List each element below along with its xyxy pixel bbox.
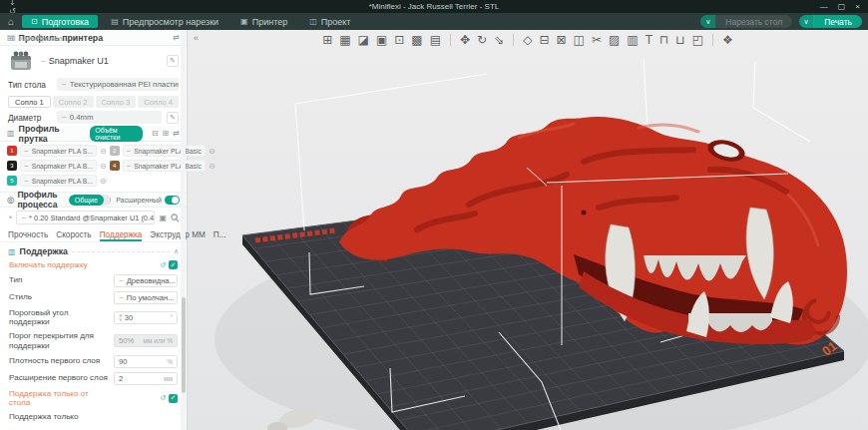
reset-icon[interactable]: ↺ [160,394,166,402]
nozzle-tab-1[interactable]: Сопло 1 [8,96,51,108]
printer-select[interactable]: Snapmaker U1 [41,56,109,66]
nav-tab-icon: ⊡ [31,17,38,26]
filament-add-icon[interactable]: ⊞ [163,129,170,138]
process-profile-header: ◎ Профиль процесса ОбщиеМодели Расширенн… [0,192,187,208]
nozzle-tab-3[interactable]: Сопло 3 [96,96,137,108]
home-icon[interactable]: ⌂ [8,16,14,27]
print-button[interactable]: ∨ Печать [799,15,862,28]
edit-printer-icon[interactable]: ✎ [167,55,179,67]
color-paint-icon[interactable]: ❖ [722,33,733,47]
remove-filament-icon[interactable]: ⊖ [100,177,107,186]
process-tab-1[interactable]: Прочность [8,230,48,241]
checkbox[interactable]: ✓ [169,394,178,403]
nav-tab-2[interactable]: ▤Предпросмотр нарезки [102,15,227,28]
process-profile-select[interactable]: * 0.20 Standard @Snapmaker U1 (0.4 noz..… [16,211,155,224]
diameter-select[interactable]: 0.4mm [57,111,162,124]
minimize-button[interactable]: — [820,2,828,11]
move-icon[interactable]: ✥ [460,33,470,47]
nav-tab-4[interactable]: ◫Проект [300,15,359,28]
text-tool-icon[interactable]: T [646,33,652,47]
filament-select[interactable]: Snapmaker PLA Basic [123,145,206,157]
cut-icon[interactable]: ✂ [592,33,602,47]
edit-diameter-icon[interactable]: ✎ [167,112,179,124]
nozzle-tab-2[interactable]: Сопло 2 [53,96,94,108]
remove-filament-icon[interactable]: ⊖ [100,162,107,171]
search-profile-icon[interactable] [171,214,180,222]
nav-tab-icon: ▤ [111,17,119,26]
save-profile-icon[interactable]: ▣ [159,214,167,222]
scope-option-2[interactable]: Модели [104,195,111,206]
maximize-button[interactable]: ▢ [838,2,846,11]
filament-remove-icon[interactable]: ⊟ [152,129,159,138]
remove-filament-icon[interactable]: ⊖ [209,147,216,156]
filament-slot-5[interactable]: 5Snapmaker PLA B...⊖ [7,175,107,187]
calibration-menu[interactable]: ⊞Калибровка [4,34,68,43]
flush-volume-badge[interactable]: Объём очистки [90,126,143,142]
setting-label: Расширение первого слоя [9,373,111,383]
nav-tab-3[interactable]: ▣Принтер [231,15,296,28]
filament-select[interactable]: Snapmaker PLA B... [20,160,97,172]
arrange-plate-icon[interactable]: ▦ [339,33,350,47]
auto-orient-icon[interactable]: ▣ [376,33,387,47]
split-icon[interactable]: ⊟ [539,33,549,47]
nav-tabs: ⊡Подготовка▤Предпросмотр нарезки▣Принтер… [22,15,363,28]
slice-options-chevron-icon[interactable]: ∨ [700,15,715,28]
panel-scrollbar[interactable] [181,30,186,430]
title-bar: ❏Файл▦↧↺↻⊞Калибровка *Miniflexi - Jack R… [0,0,868,13]
clone-icon[interactable]: ⊠ [556,33,566,47]
filament-slot-3[interactable]: 3Snapmaker PLA B...⊖ [7,160,107,172]
sync-filaments-icon[interactable]: ⇄ [173,129,180,138]
eraser-icon[interactable]: ◪ [358,33,369,47]
texture-icon[interactable]: ▥ [627,33,638,47]
filament-color-swatch: 4 [110,161,120,171]
frame-icon[interactable]: ◰ [692,33,703,47]
setting-input[interactable]: 90% [114,355,178,368]
print-options-chevron-icon[interactable]: ∨ [799,15,814,28]
process-tab-5[interactable]: П... [214,230,226,241]
process-tab-2[interactable]: Скорость [56,230,91,241]
merge-models-icon[interactable]: ▩ [411,33,422,47]
collapse-group-icon[interactable]: ∧ [174,247,179,255]
prime-tower-icon[interactable]: ⊔ [675,33,684,47]
scale-icon[interactable]: ⇘ [494,33,504,47]
3d-scene[interactable]: S 01 [188,30,868,430]
setting-select[interactable]: По умолчан... [114,291,178,304]
setting-select[interactable]: Древовидна... [114,274,178,287]
mirror-icon[interactable]: ◫ [574,33,585,47]
remove-filament-icon[interactable]: ⊖ [209,162,216,171]
process-tab-4[interactable]: Экструдер ММ [150,230,206,241]
nav-tab-1[interactable]: ⊡Подготовка [22,15,98,28]
nozzle-tab-4[interactable]: Сопло 4 [138,96,179,108]
filament-select[interactable]: Snapmaker PLA S... [20,145,97,157]
filament-profile-title: Профиль прутка [19,124,87,144]
layers-icon[interactable]: ▤ [430,33,441,47]
3d-viewport[interactable]: « ⊞▦◪▣⊡▩▤✥↻⇘◇⊟⊠◫✂▨▥T⊓⊔◰❖ S 01 [188,30,868,430]
slice-plate-button[interactable]: ∨ Нарезать стол [700,15,792,28]
filament-slot-1[interactable]: 1Snapmaker PLA S...⊖ [7,145,107,157]
lay-on-face-icon[interactable]: ◇ [523,33,532,47]
infill-paint-icon[interactable]: ▨ [609,33,620,47]
filament-select[interactable]: Snapmaker PLA B... [20,175,97,187]
rotate-icon[interactable]: ↻ [477,33,487,47]
setting-row: Пороговый угол поддержки∧∨30° [0,306,187,329]
filament-slot-2[interactable]: 2Snapmaker PLA Basic⊖ [110,145,216,157]
switch-printer-icon[interactable]: ⇄ [173,33,180,42]
close-button[interactable]: × [855,2,860,11]
application-window: ❏Файл▦↧↺↻⊞Калибровка *Miniflexi - Jack R… [0,0,868,430]
checkbox[interactable]: ✓ [169,260,178,269]
reset-icon[interactable]: ↺ [160,261,166,269]
add-model-icon[interactable]: ⊞ [322,33,332,47]
scope-option-1[interactable]: Общие [69,195,104,206]
setting-input[interactable]: 2мм [114,372,178,385]
bed-type-select[interactable]: Текстурированная PEI пластина [57,78,179,91]
filament-select[interactable]: Snapmaker PLA Basic [123,160,206,172]
nav-tab-label: Принтер [252,17,288,27]
support-paint-icon[interactable]: ⊓ [659,33,668,47]
filament-slot-4[interactable]: 4Snapmaker PLA Basic⊖ [110,160,216,172]
remove-filament-icon[interactable]: ⊖ [100,147,107,156]
setting-spinner[interactable]: ∧∨30° [114,311,178,324]
multi-plate-icon[interactable]: ⊡ [394,33,404,47]
advanced-toggle[interactable] [165,196,180,205]
scrollbar-thumb[interactable] [182,297,186,393]
process-tab-3[interactable]: Поддержка [100,230,143,241]
